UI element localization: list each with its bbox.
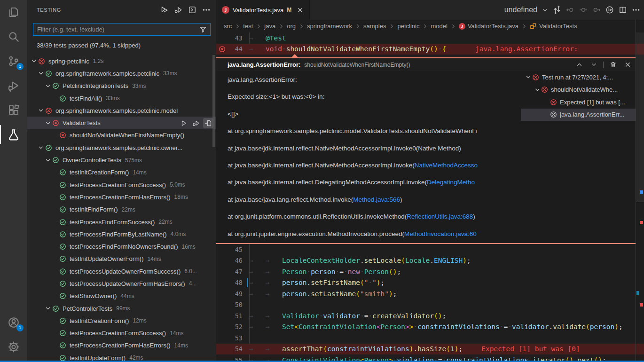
activity-testing[interactable] [0,122,27,147]
code-line-49[interactable]: 49 →→person.setLastName("smith"); [216,288,644,299]
debug-all-tests-button[interactable] [173,5,183,15]
sidebar-scrollbar[interactable] [212,55,215,147]
breadcrumb-item[interactable]: springframework [307,23,352,30]
test-tree-row[interactable]: testProcessCreationFormHasErrors() 18ms [27,191,216,203]
breadcrumb-item[interactable]: test [243,23,253,30]
test-filter-input[interactable]: Filter (e.g. text, !exclude) [33,23,211,36]
test-tree-row[interactable]: testProcessFindFormSuccess() 22ms [27,216,216,228]
breadcrumb-symbol[interactable]: ValidatorTests [530,23,577,30]
code-line-48[interactable]: 48 →→person.setFirstName("·"); [216,277,644,289]
test-tree-row[interactable]: testProcessCreationFormSuccess() 5.0ms [27,179,216,191]
test-tree-row[interactable]: testInitCreationForm() 12ms [27,315,216,327]
code-line-52[interactable]: 52 →→Set<ConstraintViolation<Person>>·co… [216,322,644,333]
test-tree-row[interactable]: org.springframework.samples.petclinic.ow… [27,142,216,154]
chevron-down-icon[interactable] [37,70,45,77]
test-tree-row[interactable]: spring-petclinic 1.2s [27,55,216,67]
chevron-down-icon[interactable] [525,74,532,80]
clear-results-button[interactable] [608,60,618,70]
tab-validatortests[interactable]: J ValidatorTests.java M [216,0,310,20]
chevron-down-icon[interactable] [44,305,52,312]
code-line-53[interactable]: 53 [216,332,644,344]
test-tree-row[interactable]: org.springframework.samples.petclinic 33… [27,67,216,79]
code-line-54[interactable]: 54 →→assertThat(constraintViolations).ha… [216,344,644,355]
debug-test-button[interactable] [191,118,201,128]
code-line-46[interactable]: 46 →→LocaleContextHolder.setLocale(Local… [216,255,644,267]
test-tree-row[interactable]: testProcessFindFormNoOwnersFound() 16ms [27,240,216,252]
code-line-43[interactable]: 43 →@Test [216,32,644,44]
code-line-47[interactable]: 47 →→Person·person·=·new·Person(); [216,266,644,277]
more-actions-button[interactable] [201,5,212,15]
breadcrumb-item[interactable]: model [431,23,447,30]
test-tree-row[interactable]: testInitUpdateOwnerForm() 14ms [27,253,216,265]
code-line-50[interactable]: 50 [216,299,644,311]
test-tree-row[interactable]: testProcessFindFormByLastName() 4.0ms [27,228,216,240]
compare-changes-button[interactable] [553,6,561,14]
test-tree-row[interactable]: testFindAll() 33ms [27,92,216,104]
test-tree-row[interactable]: testProcessUpdateOwnerFormSuccess() 6.0.… [27,265,216,277]
test-tree-row[interactable]: ValidatorTests [27,117,216,129]
test-tree-row[interactable]: testInitFindForm() 22ms [27,204,216,216]
activity-run-debug[interactable] [0,73,27,98]
test-tree-row[interactable]: testShowOwner() 44ms [27,290,216,302]
breadcrumb-item[interactable]: petclinic [397,23,419,30]
chevron-down-icon[interactable] [37,107,45,114]
chevron-down-icon[interactable] [44,83,52,89]
run-all-tests-button[interactable] [159,5,169,15]
split-editor-button[interactable] [619,6,627,14]
test-tree-row[interactable]: org.springframework.samples.petclinic.mo… [27,104,216,117]
go-to-test-button[interactable] [203,118,213,128]
step-current-button[interactable] [579,6,588,14]
peek-result-row[interactable]: Test run at 7/27/2021, 4:... [521,71,636,84]
test-tree-row[interactable]: shouldNotValidateWhenFirstNameEmpty() [27,129,216,142]
stack-trace-link[interactable]: Method.java:566 [353,196,400,203]
code-line-51[interactable]: 51 →→Validator·validator·=·createValidat… [216,310,644,322]
step-forward-button[interactable] [592,6,601,14]
test-tree-row[interactable]: testProcessCreationFormSuccess() 14ms [27,327,216,339]
stack-trace-link[interactable]: NativeMethodAccesso [415,162,478,169]
run-dropdown-icon[interactable] [542,7,548,13]
chevron-down-icon[interactable] [44,120,52,126]
test-tree-row[interactable]: testProcessUpdateOwnerFormHasErrors() 4.… [27,277,216,290]
activity-search[interactable] [0,24,27,49]
chevron-down-icon[interactable] [44,157,52,164]
code-line-44[interactable]: 44 →void·shouldNotValidateWhenFirstNameE… [216,44,644,55]
run-test-button[interactable] [179,118,189,128]
code-line-45[interactable]: 45 [216,244,644,255]
stack-trace-link[interactable]: ReflectionUtils.java:688 [407,213,473,220]
chevron-down-icon[interactable] [30,58,38,64]
activity-extensions[interactable] [0,98,27,122]
activity-explorer[interactable] [0,0,27,24]
peek-result-row[interactable]: shouldNotValidateWhe... [521,84,636,96]
chevron-down-icon[interactable] [534,87,541,93]
scrollbar-thumb[interactable] [636,32,644,202]
test-tree-row[interactable]: PetclinicIntegrationTests 33ms [27,80,216,92]
test-tree-row[interactable]: testInitUpdateForm() 42ms [27,352,216,361]
more-actions-icon[interactable] [632,6,640,14]
previous-error-button[interactable] [574,60,584,70]
next-error-button[interactable] [589,60,599,70]
peek-result-row[interactable]: java.lang.AssertionErr... [521,109,636,121]
stack-trace-link[interactable]: DelegatingMetho [427,179,475,186]
run-button[interactable]: undefined [504,6,537,14]
test-tree-row[interactable]: testInitCreationForm() 14ms [27,166,216,179]
test-tree-row[interactable]: testProcessCreationFormHasErrors() 14ms [27,339,216,352]
step-back-button[interactable] [566,6,574,14]
breadcrumb-item[interactable]: src [224,23,232,30]
breadcrumb-file[interactable]: JValidatorTests.java [459,23,518,30]
filter-icon[interactable] [199,26,207,33]
activity-settings-gear[interactable] [0,335,27,359]
close-peek-button[interactable] [622,60,633,70]
chevron-down-icon[interactable] [37,144,45,151]
show-test-output-button[interactable] [187,5,197,15]
stack-trace-link[interactable]: MethodInvocation.java:60 [404,230,477,237]
run-and-debug-button[interactable] [605,6,614,14]
close-tab-icon[interactable] [297,7,304,14]
activity-source-control[interactable]: 1 [0,49,27,73]
test-tree-row[interactable]: PetControllerTests 99ms [27,302,216,315]
breadcrumb-item[interactable]: org [287,23,296,30]
breadcrumb-item[interactable]: samples [363,23,386,30]
activity-accounts[interactable]: 1 [0,310,27,335]
peek-result-row[interactable]: Expected [1] but was [... [521,96,636,109]
breadcrumb-item[interactable]: java [264,23,275,30]
test-tree-row[interactable]: OwnerControllerTests 575ms [27,154,216,166]
